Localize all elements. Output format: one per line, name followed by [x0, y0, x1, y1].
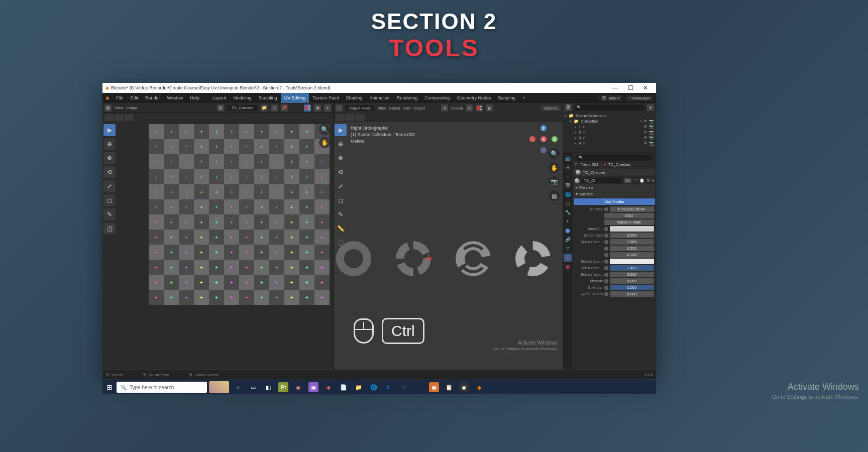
- taskbar-app5-icon[interactable]: N: [384, 382, 394, 392]
- value-slider[interactable]: 0.100: [610, 252, 654, 258]
- 3d-viewport[interactable]: ⬚ Object Mode View Select Add Object ⬈ G…: [334, 103, 563, 369]
- ptab-render[interactable]: 📺: [564, 154, 572, 162]
- value-slider[interactable]: 1.000: [610, 239, 654, 245]
- taskbar-app8-icon[interactable]: ▣: [429, 382, 439, 392]
- vp-mode[interactable]: Object Mode: [346, 105, 374, 111]
- taskbar-obs-icon[interactable]: ◉: [459, 382, 469, 392]
- taskbar-app3-icon[interactable]: ▣: [308, 382, 318, 392]
- vp-tool-measure[interactable]: 📏: [335, 222, 347, 235]
- vp-tool-transform[interactable]: ◻: [335, 194, 347, 206]
- vp-menu-select[interactable]: Select: [389, 106, 400, 110]
- taskbar-explorer-icon[interactable]: 📁: [354, 382, 364, 392]
- material-users[interactable]: 15: [624, 178, 631, 183]
- node-socket-icon[interactable]: [604, 279, 608, 283]
- snap-icon[interactable]: 🧲: [476, 104, 483, 111]
- vp-tool-scale[interactable]: ⤢: [335, 180, 347, 192]
- torus-1[interactable]: [336, 241, 371, 276]
- vp-options[interactable]: Options: [540, 105, 561, 111]
- editor-type-icon[interactable]: ▦: [104, 104, 112, 111]
- unlink-icon[interactable]: ✕: [271, 104, 278, 111]
- node-socket-icon[interactable]: [604, 273, 608, 277]
- taskbar-taskview-icon[interactable]: ▭: [248, 382, 258, 392]
- node-socket-icon[interactable]: [604, 286, 608, 290]
- outliner-search[interactable]: 🔍: [574, 104, 645, 110]
- subsurf-method-dropdown[interactable]: Random Walk: [604, 219, 654, 225]
- vp-menu-view[interactable]: View: [377, 106, 386, 110]
- vp-tool-cursor[interactable]: ⊕: [335, 138, 347, 150]
- outliner-item[interactable]: ▸4▿👁📷: [565, 141, 654, 146]
- distribution-dropdown[interactable]: GGX: [604, 213, 654, 218]
- node-socket-icon[interactable]: [604, 247, 608, 251]
- uv-tool-move[interactable]: ✥: [103, 152, 116, 164]
- node-socket-icon[interactable]: [604, 253, 608, 257]
- ptab-output[interactable]: 🖨: [564, 163, 572, 171]
- browse-image-icon[interactable]: 📁: [261, 104, 268, 111]
- taskbar-app1-icon[interactable]: ◧: [263, 382, 273, 392]
- viewlayer-selector[interactable]: ▫ViewLayer: [625, 95, 653, 101]
- vp-shade-material[interactable]: [356, 114, 365, 121]
- material-duplicate-icon[interactable]: 📋: [639, 178, 644, 183]
- start-button[interactable]: ⊞: [102, 380, 117, 394]
- node-socket-icon[interactable]: [604, 260, 608, 264]
- value-slider[interactable]: 0.000: [610, 291, 654, 297]
- vp-tool-rotate[interactable]: ⟲: [335, 166, 347, 178]
- outliner-icon[interactable]: ≣: [565, 104, 572, 111]
- ws-modeling[interactable]: Modeling: [230, 93, 255, 103]
- vp-menu-add[interactable]: Add: [403, 106, 410, 110]
- ptab-modifier[interactable]: 🔧: [564, 208, 572, 216]
- uv-display-icon[interactable]: ▾: [324, 104, 331, 111]
- menu-window[interactable]: Window: [164, 93, 187, 103]
- outliner-filter-icon[interactable]: ▾: [647, 104, 654, 111]
- taskbar-blender-icon[interactable]: ◆: [474, 382, 484, 392]
- maximize-button[interactable]: ☐: [623, 83, 638, 93]
- vp-zoom-icon[interactable]: 🔍: [549, 148, 560, 159]
- pin-icon[interactable]: 📌: [281, 104, 288, 111]
- uv-face-mode[interactable]: [125, 114, 134, 121]
- pivot-icon[interactable]: ⊙: [466, 104, 473, 111]
- taskbar-app4-icon[interactable]: ◆: [323, 382, 334, 392]
- ws-shading[interactable]: Shading: [343, 93, 366, 103]
- ws-scripting[interactable]: Scripting: [494, 93, 519, 103]
- ptab-particle[interactable]: ✦: [564, 217, 572, 225]
- scene-selector[interactable]: 🎬Scene: [598, 95, 623, 101]
- ws-compositing[interactable]: Compositing: [421, 93, 453, 103]
- ws-layout[interactable]: Layout: [209, 93, 230, 103]
- taskbar-app7-icon[interactable]: [414, 382, 424, 392]
- material-slot[interactable]: TD_Checker: [574, 169, 655, 176]
- ptab-scene[interactable]: 🎬: [564, 181, 572, 189]
- ws-rendering[interactable]: Rendering: [393, 93, 421, 103]
- vp-pan-icon[interactable]: ✋: [549, 162, 560, 173]
- ws-sculpting[interactable]: Sculpting: [255, 93, 281, 103]
- uv-zoom-icon[interactable]: 🔍: [319, 124, 330, 135]
- menu-help[interactable]: Help: [187, 93, 203, 103]
- node-socket-icon[interactable]: [604, 292, 608, 296]
- ptab-data[interactable]: ▽: [564, 245, 572, 253]
- ptab-constraint[interactable]: 🔗: [564, 236, 572, 244]
- menu-file[interactable]: File: [113, 93, 127, 103]
- material-name-field[interactable]: TD_Ch...: [582, 178, 622, 183]
- uv-tool-annotate[interactable]: ✎: [103, 208, 116, 220]
- ws-animation[interactable]: Animation: [366, 93, 393, 103]
- taskbar-app2-icon[interactable]: ◉: [293, 382, 303, 392]
- image-name[interactable]: TD_Checker: [227, 105, 258, 110]
- uv-menu-view[interactable]: View: [115, 105, 123, 110]
- value-slider[interactable]: 0.500: [610, 285, 654, 290]
- outliner-item[interactable]: ▸1▿👁📷: [565, 124, 654, 130]
- uv-edge-mode[interactable]: [115, 114, 124, 121]
- ws-texturepaint[interactable]: Texture Paint: [309, 93, 343, 103]
- use-nodes-button[interactable]: Use Nodes: [574, 198, 655, 205]
- material-unlink-icon[interactable]: ✕: [646, 178, 650, 183]
- vp-tool-select[interactable]: ▶: [335, 124, 347, 136]
- vp-editor-icon[interactable]: ⬚: [336, 104, 343, 111]
- uv-pan-icon[interactable]: ✋: [319, 137, 330, 148]
- ptab-world[interactable]: 🌐: [564, 190, 572, 198]
- color-swatch[interactable]: [610, 226, 654, 232]
- taskbar-cortana-icon[interactable]: ○: [233, 382, 243, 392]
- vp-shade-solid[interactable]: [346, 114, 355, 121]
- taskbar-notepad-icon[interactable]: 📄: [339, 382, 349, 392]
- minimize-button[interactable]: —: [608, 83, 623, 93]
- uv-tool-select[interactable]: ▶: [103, 124, 116, 136]
- props-search[interactable]: 🔍: [576, 155, 653, 161]
- section-surface[interactable]: ▾Surface: [574, 191, 655, 197]
- surface-shader[interactable]: Principled BSDF: [610, 206, 654, 212]
